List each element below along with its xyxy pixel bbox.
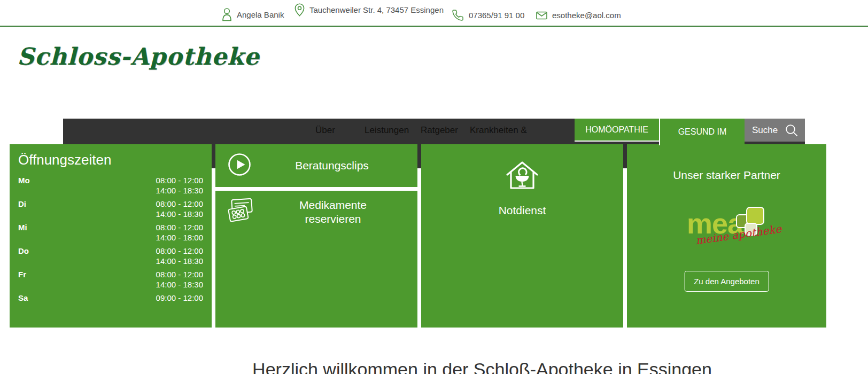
beratungsclips-label: Beratungsclips: [252, 159, 417, 173]
search-button[interactable]: Suche: [745, 119, 805, 142]
medication-blister-icon: [227, 198, 254, 224]
day-label: Mo: [18, 176, 30, 186]
time-range: 14:00 - 18:00: [18, 233, 203, 243]
time-range: 14:00 - 18:30: [18, 209, 203, 220]
welcome-heading: Herzlich willkommen in der Schloß-Apothe…: [96, 359, 868, 374]
time-range: 08:00 - 12:00: [18, 223, 203, 233]
nav-item-ratgeber[interactable]: Ratgeber: [421, 119, 458, 142]
opening-hours-title: Öffnungszeiten: [18, 151, 203, 168]
opening-hours-panel: Öffnungszeiten Mo 08:00 - 12:00 14:00 - …: [10, 144, 212, 328]
contact-email[interactable]: esotheke@aol.com: [536, 11, 621, 20]
time-range: 08:00 - 12:00: [18, 176, 203, 186]
time-range: 14:00 - 18:30: [18, 280, 203, 290]
day-label: Di: [18, 199, 26, 209]
opening-hours-row: Di 08:00 - 12:00 14:00 - 18:30: [18, 199, 203, 219]
zu-den-angeboten-button[interactable]: Zu den Angeboten: [684, 271, 769, 292]
contact-person: Angela Banik: [222, 7, 284, 21]
contact-phone[interactable]: 07365/91 91 00: [452, 9, 524, 21]
beratungsclips-tile[interactable]: Beratungsclips: [215, 144, 417, 187]
day-label: Mi: [18, 223, 27, 233]
search-magnifier-icon: [785, 123, 799, 137]
reserve-label-line2: reservieren: [305, 213, 361, 225]
opening-hours-row: Mo 08:00 - 12:00 14:00 - 18:30: [18, 176, 203, 196]
time-range: 14:00 - 18:30: [18, 186, 203, 196]
contact-email-address[interactable]: esotheke@aol.com: [552, 11, 621, 20]
location-pin-icon: [294, 3, 305, 17]
search-label: Suche: [752, 125, 778, 136]
contact-person-name: Angela Banik: [237, 10, 284, 19]
time-range: 08:00 - 12:00: [18, 246, 203, 256]
person-icon: [222, 7, 232, 21]
opening-hours-row: Mi 08:00 - 12:00 14:00 - 18:00: [18, 223, 203, 243]
contact-address-text: Tauchenweiler Str. 4, 73457 Essingen: [309, 5, 444, 14]
nav-item-leistungen[interactable]: Leistungen: [365, 119, 409, 142]
day-label: Fr: [18, 270, 26, 280]
time-range: 14:00 - 18:30: [18, 256, 203, 267]
tab-homoeopathie[interactable]: HOMÖOPATHIE: [575, 119, 659, 142]
time-range: 08:00 - 12:00: [18, 199, 203, 209]
day-label: Sa: [18, 293, 28, 303]
reserve-label-line1: Medikamente: [299, 199, 367, 211]
day-label: Do: [18, 246, 29, 256]
time-range: 09:00 - 12:00: [18, 293, 203, 303]
site-logo[interactable]: Schloss-Apotheke: [17, 43, 259, 70]
nav-item-krankheiten[interactable]: Krankheiten &: [470, 119, 527, 142]
phone-icon: [452, 9, 464, 21]
opening-hours-row: Fr 08:00 - 12:00 14:00 - 18:30: [18, 270, 203, 290]
nav-item-ueber[interactable]: Über: [315, 119, 335, 142]
top-contact-bar: Angela Banik Tauchenweiler Str. 4, 73457…: [0, 0, 868, 27]
pharmacy-house-icon: [421, 159, 623, 193]
medikamente-reservieren-tile[interactable]: Medikamente reservieren: [215, 191, 417, 328]
notdienst-tile[interactable]: Notdienst: [421, 144, 623, 328]
notdienst-label: Notdienst: [421, 204, 623, 217]
play-icon: [227, 152, 252, 179]
opening-hours-row: Do 08:00 - 12:00 14:00 - 18:30: [18, 246, 203, 266]
partner-panel: Unser starker Partner mea® meine apothek…: [627, 144, 826, 328]
email-icon: [536, 11, 547, 20]
partner-title: Unser starker Partner: [627, 169, 826, 182]
contact-phone-number[interactable]: 07365/91 91 00: [469, 11, 524, 20]
medikamente-reservieren-label: Medikamente reservieren: [254, 198, 417, 226]
contact-address: Tauchenweiler Str. 4, 73457 Essingen: [294, 3, 444, 17]
tab-gesund-im[interactable]: GESUND IM: [659, 119, 745, 145]
opening-hours-row: Sa 09:00 - 12:00: [18, 293, 203, 303]
time-range: 08:00 - 12:00: [18, 270, 203, 280]
